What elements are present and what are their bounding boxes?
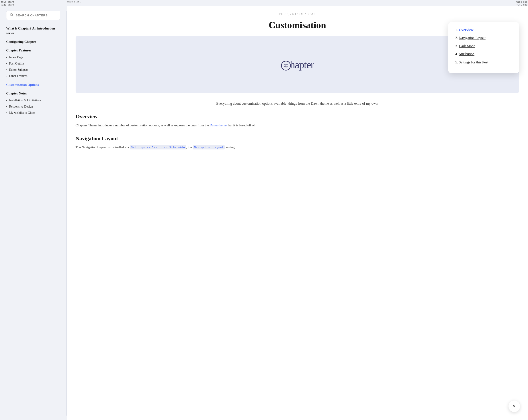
toc-list: 1. Overview 2. Navigation Layout 3. Dark… [455,27,512,65]
toc-dropdown: 1. Overview 2. Navigation Layout 3. Dark… [448,22,519,73]
toc-item-2[interactable]: 2. Navigation Layout [455,36,512,40]
heading-overview: Overview [76,113,519,120]
list-item-installation[interactable]: Installation & Limitations [6,98,60,103]
list-item-index-page[interactable]: Index Page [6,55,60,60]
toc-item-4[interactable]: 4. Attribution [455,52,512,57]
list-item-post-outline[interactable]: Post Outline [6,61,60,66]
toc-item-1[interactable]: 1. Overview [455,27,512,32]
dawn-theme-link[interactable]: Dawn theme [210,124,227,127]
sidebar-item-customisation-options[interactable]: Customisation Options [6,83,60,87]
sidebar-section-title-features: Chapter Features [6,48,60,53]
search-input[interactable] [16,14,57,17]
sidebar-item-chapter-notes[interactable]: Chapter Notes Installation & Limitations… [6,91,60,115]
toc-item-3[interactable]: 3. Dark Mode [455,44,512,49]
svg-line-1 [12,15,13,16]
list-item-editor-snippets[interactable]: Editor Snippets [6,67,60,72]
main-content: FEB 19, 2024 • 2 MIN READ Customisation … [67,6,528,420]
sidebar-item-what-is-chapter[interactable]: What is Chapter? An introduction series [6,26,60,36]
list-item-wishlist[interactable]: My wishlist to Ghost [6,111,60,115]
chapter-features-list: Index Page Post Outline Editor Snippets … [6,55,60,78]
heading-navigation-layout: Navigation Layout [76,136,519,141]
close-button[interactable]: × [508,400,520,412]
chapter-c-icon: © [281,61,291,71]
sidebar-section-title-configuring: Configuring Chapter [6,39,60,44]
sidebar-item-chapter-features[interactable]: Chapter Features Index Page Post Outline… [6,48,60,78]
list-item-other-features[interactable]: Other Features [6,74,60,78]
section-overview: Overview Chapters Theme introduces a num… [67,113,528,136]
toc-link-dark-mode[interactable]: Dark Mode [459,44,475,48]
list-item-responsive-design[interactable]: Responsive Design [6,104,60,109]
toc-link-navigation-layout[interactable]: Navigation Layout [459,36,485,40]
post-excerpt: Everything about customisation options a… [67,100,528,113]
sidebar-section-title-notes: Chapter Notes [6,91,60,96]
code-settings: Settings -> Design -> Site wide [130,145,186,149]
body-overview: Chapters Theme introduces a number of cu… [76,123,519,128]
search-box[interactable] [6,11,60,20]
toc-link-settings[interactable]: Settings for this Post [459,60,488,64]
search-icon [10,13,13,17]
code-nav-layout: Navigation layout [193,145,225,149]
chapter-notes-list: Installation & Limitations Responsive De… [6,98,60,115]
sidebar: What is Chapter? An introduction series … [0,6,67,420]
body-navigation-layout: The Navigation Layout is controlled via … [76,145,519,150]
section-navigation-layout: Navigation Layout The Navigation Layout … [67,136,528,158]
toc-link-overview[interactable]: Overview [459,28,473,32]
toc-link-attribution[interactable]: Attribution [459,52,474,56]
sidebar-section-title-what-is-chapter: What is Chapter? An introduction series [6,26,60,36]
sidebar-item-configuring-chapter[interactable]: Configuring Chapter [6,39,60,44]
toc-item-5[interactable]: 5. Settings for this Post [455,60,512,65]
sidebar-section-title-customisation: Customisation Options [6,83,60,87]
chapter-logo: ©hapter [281,59,314,71]
post-meta: FEB 19, 2024 • 2 MIN READ [67,6,528,18]
